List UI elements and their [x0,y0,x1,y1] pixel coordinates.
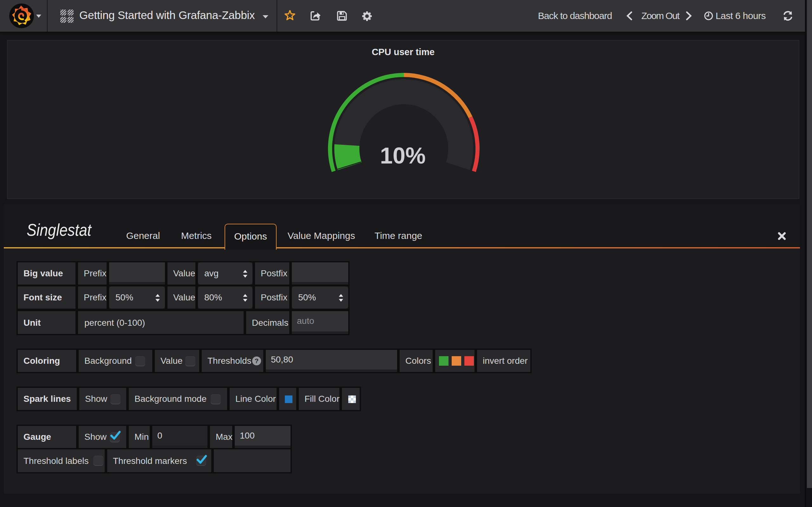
svg-text:10%: 10% [380,143,426,168]
svg-text:?: ? [255,357,259,364]
